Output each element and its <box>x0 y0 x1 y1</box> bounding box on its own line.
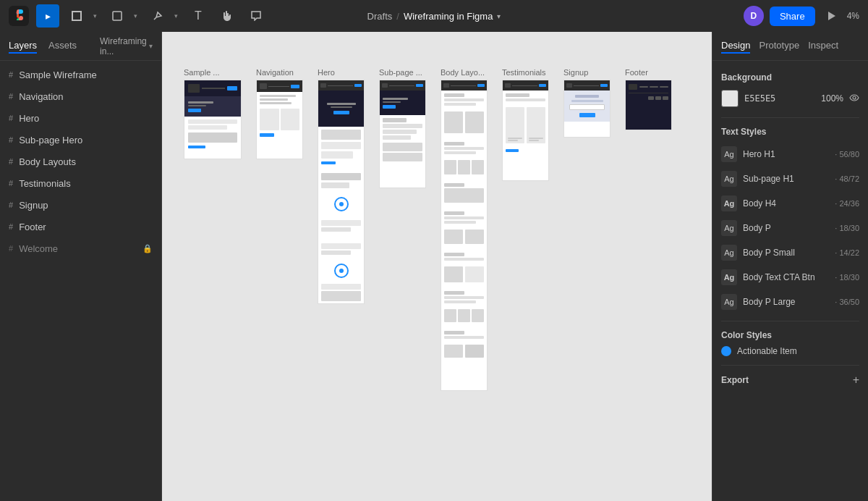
text-style-size: · 18/30 <box>835 273 859 282</box>
layer-frame-icon: # <box>9 157 13 166</box>
pen-tool[interactable] <box>146 4 169 28</box>
frame-container-sub-page: Sub-page ... <box>379 68 426 188</box>
frame-group-row: Sample ... <box>184 68 672 391</box>
text-style-hero-h1[interactable]: Ag Hero H1 · 56/80 <box>721 144 859 164</box>
frame-body-layouts[interactable] <box>441 80 488 391</box>
shape-tool[interactable] <box>106 4 129 28</box>
layer-frame-icon: # <box>9 244 13 253</box>
text-style-body-h4[interactable]: Ag Body H4 · 24/36 <box>721 193 859 214</box>
color-style-actionable-item[interactable]: Actionable Item <box>721 346 859 356</box>
frame-container-testimonials: Testimonials <box>502 68 549 181</box>
background-swatch[interactable] <box>721 90 739 107</box>
text-style-size: · 18/30 <box>835 224 859 232</box>
text-style-body-text-cta-btn[interactable]: Ag Body Text CTA Btn · 18/30 <box>721 267 859 287</box>
frame-signup[interactable] <box>563 80 610 138</box>
layer-item-sample-wireframe[interactable]: # Sample Wireframe <box>0 64 161 85</box>
export-row: Export + <box>721 374 859 386</box>
frame-hero[interactable] <box>318 80 365 304</box>
right-panel-content: Background E5E5E5 100% Text Styles Ag <box>712 61 868 501</box>
breadcrumb-text: Wireframing in... <box>100 36 147 56</box>
layer-item-testimonials[interactable]: # Testimonials <box>0 172 161 194</box>
text-tool[interactable]: T <box>187 4 210 28</box>
frame-tool-dropdown[interactable]: ▾ <box>90 4 100 28</box>
select-tool[interactable]: ▸ <box>36 4 59 28</box>
comment-tool[interactable] <box>244 4 268 28</box>
text-style-size: · 56/80 <box>835 150 859 159</box>
frame-sample[interactable] <box>184 80 242 159</box>
figma-logo[interactable] <box>9 6 29 26</box>
text-style-body-p-large[interactable]: Ag Body P Large · 36/50 <box>721 292 859 312</box>
layer-item-welcome[interactable]: # Welcome 🔒 <box>0 237 161 259</box>
file-dropdown-icon[interactable]: ▾ <box>497 12 501 20</box>
left-panel-tabs: Layers Assets Wireframing in... ▾ <box>0 32 161 61</box>
frame-tool[interactable] <box>65 4 88 28</box>
frame-label-hero: Hero <box>318 68 335 77</box>
frame-footer[interactable] <box>625 80 672 130</box>
frame-sub-page[interactable] <box>379 80 426 188</box>
tab-prototype[interactable]: Prototype <box>759 38 799 54</box>
frame-container-footer: Footer <box>625 68 672 130</box>
shape-tool-group: ▾ <box>106 4 140 28</box>
layer-frame-icon: # <box>9 114 13 122</box>
tab-layers[interactable]: Layers <box>9 38 37 54</box>
svg-rect-1 <box>80 11 82 21</box>
frame-label-sub-page: Sub-page ... <box>379 68 422 77</box>
text-style-name: Sub-page H1 <box>743 174 829 184</box>
canvas[interactable]: Sample ... <box>162 32 712 501</box>
drafts-link[interactable]: Drafts <box>367 11 393 22</box>
export-add-button[interactable]: + <box>853 374 859 386</box>
background-opacity[interactable]: 100% <box>821 93 843 104</box>
lock-icon: 🔒 <box>142 244 153 253</box>
layer-item-hero[interactable]: # Hero <box>0 107 161 129</box>
layer-item-body-layouts[interactable]: # Body Layouts <box>0 151 161 172</box>
text-style-name: Body P Small <box>743 248 829 258</box>
play-button[interactable] <box>821 6 841 26</box>
text-style-name: Body P Large <box>743 297 829 307</box>
text-style-size: · 36/50 <box>835 298 859 306</box>
right-panel-tabs: Design Prototype Inspect <box>712 32 868 61</box>
layers-list: # Sample Wireframe # Navigation # Hero #… <box>0 61 161 501</box>
file-name[interactable]: Wireframing in Figma <box>404 11 493 22</box>
layer-item-sub-page-hero[interactable]: # Sub-page Hero <box>0 129 161 151</box>
tab-assets[interactable]: Assets <box>48 38 77 54</box>
tab-design[interactable]: Design <box>721 38 750 54</box>
toolbar: ▸ ▾ ▾ ▾ T <box>0 0 868 32</box>
layer-item-signup[interactable]: # Signup <box>0 194 161 216</box>
eye-icon[interactable] <box>849 93 859 104</box>
background-hex[interactable]: E5E5E5 <box>744 93 815 104</box>
shape-tool-dropdown[interactable]: ▾ <box>130 4 140 28</box>
tab-inspect[interactable]: Inspect <box>808 38 838 54</box>
frame-label-body-layouts: Body Layo... <box>441 68 485 77</box>
layer-name: Hero <box>19 113 153 124</box>
text-style-ag-icon: Ag <box>721 220 737 236</box>
breadcrumb-dropdown-icon[interactable]: ▾ <box>149 42 153 50</box>
zoom-level[interactable]: 4% <box>847 11 859 21</box>
background-row: E5E5E5 100% <box>721 90 859 107</box>
text-style-body-p[interactable]: Ag Body P · 18/30 <box>721 218 859 238</box>
frame-navigation[interactable] <box>256 80 303 159</box>
color-styles-section-title: Color Styles <box>721 330 859 340</box>
layer-frame-icon: # <box>9 179 13 188</box>
hand-tool[interactable] <box>216 4 239 28</box>
hand-tool-group <box>216 4 239 28</box>
frame-label-footer: Footer <box>625 68 648 77</box>
layer-item-navigation[interactable]: # Navigation <box>0 85 161 107</box>
user-avatar[interactable]: D <box>744 6 764 26</box>
toolbar-right: D Share 4% <box>744 6 859 26</box>
text-style-body-p-small[interactable]: Ag Body P Small · 14/22 <box>721 243 859 263</box>
text-style-ag-icon: Ag <box>721 245 737 261</box>
text-style-size: · 24/36 <box>835 199 859 208</box>
text-style-sub-page-h1[interactable]: Ag Sub-page H1 · 48/72 <box>721 169 859 189</box>
layer-item-footer[interactable]: # Footer <box>0 216 161 237</box>
text-style-ag-icon: Ag <box>721 269 737 285</box>
share-button[interactable]: Share <box>770 7 815 26</box>
layer-name: Sample Wireframe <box>19 70 153 80</box>
frame-tool-group: ▾ <box>65 4 100 28</box>
export-section-title: Export <box>721 375 749 385</box>
text-style-ag-icon: Ag <box>721 195 737 211</box>
frame-testimonials[interactable] <box>502 80 549 181</box>
pen-tool-dropdown[interactable]: ▾ <box>171 4 181 28</box>
layer-name: Welcome <box>19 243 137 254</box>
layer-frame-icon: # <box>9 92 13 101</box>
divider-2 <box>721 321 859 321</box>
